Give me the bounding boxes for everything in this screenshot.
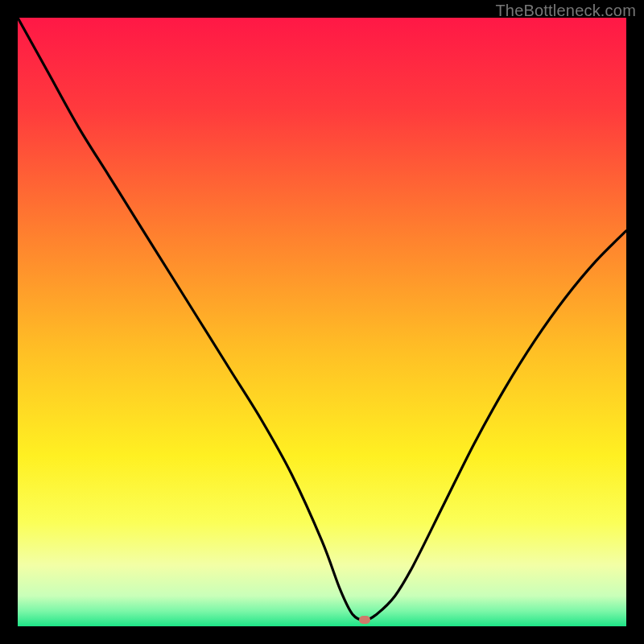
chart-root: TheBottleneck.com <box>0 0 644 644</box>
plot-area <box>18 18 626 626</box>
bottleneck-curve <box>18 18 626 626</box>
optimum-marker <box>359 616 370 624</box>
